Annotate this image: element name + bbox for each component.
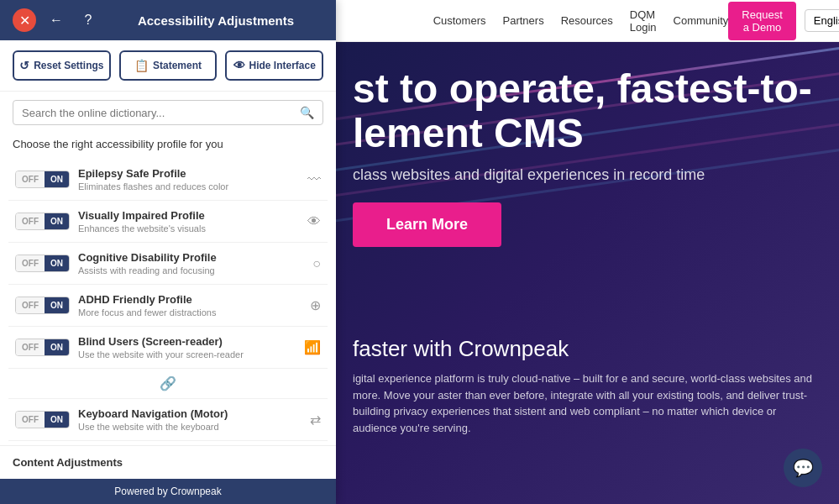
request-demo-button[interactable]: Request a Demo [728,2,795,40]
search-bar: 🔍 [13,100,323,125]
toggle-off-label[interactable]: OFF [16,213,45,229]
eye-icon: 👁 [307,214,321,229]
toggle-off-label[interactable]: OFF [16,255,45,271]
learn-more-button[interactable]: Learn More [353,202,501,247]
epilepsy-profile-name: Epilepsy Safe Profile [78,167,299,180]
accessibility-panel: ✕ ← ? Accessibility Adjustments ↺ Reset … [0,0,336,504]
language-button[interactable]: English ▾ [805,9,839,32]
blind-icon: 📶 [304,339,321,355]
cognitive-profile-desc: Assists with reading and focusing [78,265,304,276]
epilepsy-profile-desc: Eliminates flashes and reduces color [78,181,299,192]
toggle-off-label[interactable]: OFF [16,339,45,355]
link-icon: 🔗 [160,375,176,391]
list-item: OFF ON ADHD Friendly Profile More focus … [8,285,328,327]
cognitive-profile-info: Cognitive Disability Profile Assists wit… [78,251,304,276]
chat-button[interactable]: 💬 [784,449,822,487]
adhd-toggle[interactable]: OFF ON [15,297,70,314]
powered-by: Powered by Crownpeak [0,479,336,504]
navbar-link-resources[interactable]: Resources [561,14,613,27]
back-button[interactable]: ← [45,8,68,32]
cognitive-profile-name: Cognitive Disability Profile [78,251,304,264]
blind-toggle[interactable]: OFF ON [15,339,70,356]
navbar-link-community[interactable]: Community [674,14,729,27]
navbar-actions: Request a Demo English ▾ [728,2,839,40]
hero-subtitle: class websites and digital experiences i… [353,165,822,186]
cognitive-toggle[interactable]: OFF ON [15,255,70,272]
lower-section: faster with Crownpeak igital experience … [336,319,839,504]
visually-impaired-profile-desc: Enhances the website's visuals [78,223,299,234]
visually-impaired-profile-info: Visually Impaired Profile Enhances the w… [78,209,299,234]
toggle-on-label[interactable]: ON [45,255,69,271]
adhd-profile-name: ADHD Friendly Profile [78,293,302,306]
list-item: OFF ON Cognitive Disability Profile Assi… [8,243,328,285]
hero-title: st to operate, fastest-to- lement CMS [353,67,822,156]
reset-label: Reset Settings [34,60,103,71]
epilepsy-toggle[interactable]: OFF ON [15,171,70,188]
statement-button[interactable]: 📋 Statement [119,50,218,81]
lang-button-label: English [814,14,839,27]
blind-profile-name: Blind Users (Screen-reader) [78,335,296,348]
content-adjustments: Content Adjustments [0,445,336,479]
cognitive-icon: ○ [312,256,321,271]
search-input[interactable] [22,107,293,119]
profiles-list: OFF ON Epilepsy Safe Profile Eliminates … [0,159,336,445]
statement-icon: 📋 [134,59,149,72]
reset-settings-button[interactable]: ↺ Reset Settings [13,50,111,81]
panel-actions: ↺ Reset Settings 📋 Statement 👁 Hide Inte… [0,40,336,92]
lower-text: igital experience platform is truly clou… [353,370,822,436]
toggle-off-label[interactable]: OFF [16,171,45,187]
toggle-off-label[interactable]: OFF [16,412,45,428]
keyboard-toggle[interactable]: OFF ON [15,411,70,428]
statement-label: Statement [153,60,202,71]
adhd-profile-info: ADHD Friendly Profile More focus and few… [78,293,302,318]
panel-title: Accessibility Adjustments [108,13,323,28]
adhd-icon: ⊕ [310,297,321,313]
visually-impaired-profile-name: Visually Impaired Profile [78,209,299,222]
keyboard-profile-desc: Use the website with the keyboard [78,422,302,432]
keyboard-profile-name: Keyboard Navigation (Motor) [78,407,302,420]
navbar-link-partners[interactable]: Partners [503,14,544,27]
toggle-on-label[interactable]: ON [45,171,69,187]
list-item: OFF ON Keyboard Navigation (Motor) Use t… [8,399,328,441]
visually-impaired-toggle[interactable]: OFF ON [15,213,70,230]
keyboard-icon: ⇄ [310,412,321,428]
hero-title-part1: st to operate, fastest-to- [353,66,812,111]
navbar-link-dqm[interactable]: DQM Login [630,8,657,34]
epilepsy-profile-info: Epilepsy Safe Profile Eliminates flashes… [78,167,299,192]
lower-heading: faster with Crownpeak [353,336,822,362]
help-button[interactable]: ? [76,8,100,32]
toggle-on-label[interactable]: ON [45,297,69,313]
adhd-profile-desc: More focus and fewer distractions [78,307,302,318]
blind-profile-info: Blind Users (Screen-reader) Use the webs… [78,335,296,360]
search-icon: 🔍 [300,106,314,119]
hero-title-part2: lement CMS [353,111,584,155]
navbar-links: Customers Partners Resources DQM Login C… [433,8,729,34]
toggle-on-label[interactable]: ON [45,213,69,229]
panel-header: ✕ ← ? Accessibility Adjustments [0,0,336,40]
hide-label: Hide Interface [249,60,316,71]
toggle-on-label[interactable]: ON [45,412,69,428]
profile-heading: Choose the right accessibility profile f… [0,134,336,159]
toggle-off-label[interactable]: OFF [16,297,45,313]
list-item: OFF ON Epilepsy Safe Profile Eliminates … [8,159,328,201]
reset-icon: ↺ [19,59,29,72]
hide-interface-button[interactable]: 👁 Hide Interface [225,50,323,81]
chat-icon: 💬 [793,458,814,478]
blind-profile-desc: Use the website with your screen-reader [78,349,296,360]
navbar-link-customers[interactable]: Customers [433,14,486,27]
hide-icon: 👁 [233,59,245,72]
keyboard-profile-info: Keyboard Navigation (Motor) Use the webs… [78,407,302,432]
epilepsy-icon: 〰 [307,172,321,187]
close-button[interactable]: ✕ [13,8,36,32]
toggle-on-label[interactable]: ON [45,339,69,355]
list-item: OFF ON Visually Impaired Profile Enhance… [8,201,328,243]
list-item: OFF ON Blind Users (Screen-reader) Use t… [8,327,328,369]
